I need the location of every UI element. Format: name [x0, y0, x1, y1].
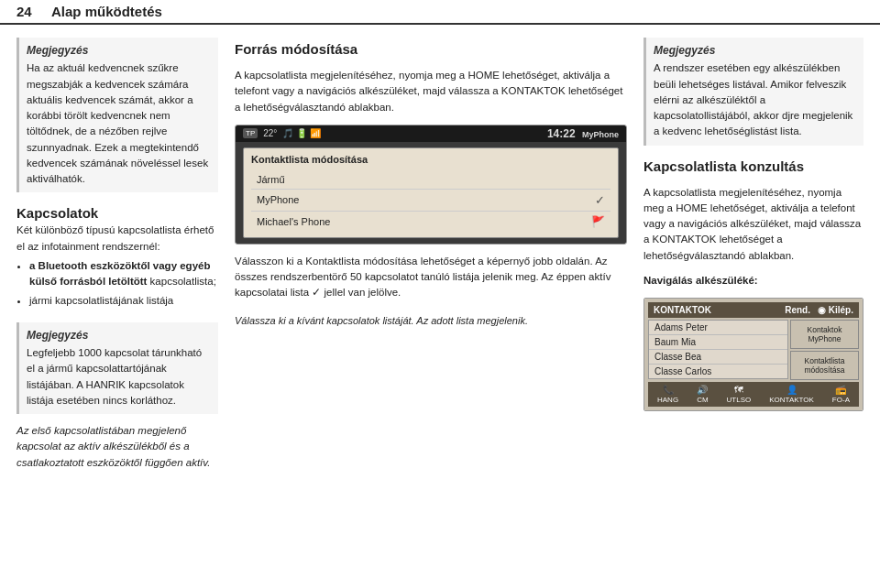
nav-btn-foa[interactable]: 📻 FO-A: [832, 385, 850, 404]
clock: 14:22: [547, 127, 576, 140]
status-left: TP 22° 🎵 🔋 📶: [243, 128, 321, 138]
note1-title: Megjegyzés: [27, 43, 211, 59]
note-box-2: Megjegyzés Legfeljebb 1000 kapcsolat tár…: [16, 322, 218, 414]
contacts-nav-icon: 👤: [786, 385, 798, 395]
kapcsolatlista-text: A kapcsolatlista megjelenítéséhez, nyomj…: [644, 185, 864, 264]
left-column: Megjegyzés Ha az aktuál kedvencnek szűkr…: [16, 38, 218, 579]
kapcsolatlista-section-title: Kapcsolatlista konzultás: [644, 158, 864, 174]
dialog-item-label-jarmű: Jármű: [257, 174, 285, 185]
page-container: 24 Alap működtetés Megjegyzés Ha az aktu…: [0, 0, 880, 588]
nav-label-foa: FO-A: [832, 396, 850, 404]
page-title: Alap működtetés: [51, 4, 162, 19]
dialog-item-myphone[interactable]: MyPhone ✓: [251, 190, 610, 212]
forrás-intro: A kapcsolatlista megjelenítéséhez, nyomj…: [235, 68, 627, 115]
forrás-section-title: Forrás módosítása: [235, 41, 627, 57]
dialog-box: Kontaktlista módosítása Jármű MyPhone ✓ …: [243, 147, 619, 238]
middle-para2: Válasszon ki a Kontaktlista módosítása l…: [235, 254, 627, 301]
main-content: Megjegyzés Ha az aktuál kedvencnek szűkr…: [0, 25, 880, 588]
car-ui-statusbar: TP 22° 🎵 🔋 📶 14:22 MyPhone: [236, 125, 626, 142]
kilep-label[interactable]: ◉ Kilép.: [818, 305, 853, 315]
contact-classe-carlos: Classe Carlos: [654, 366, 711, 376]
nav-btn-cm[interactable]: 🔊 CM: [697, 385, 708, 404]
kontaktok-main-list: Adams Peter Baum Mia Classe Bea Classe C…: [648, 320, 788, 380]
action-kontaktok-myphone[interactable]: Kontaktok MyPhone: [790, 320, 859, 349]
cm-nav-icon: 🔊: [697, 385, 708, 395]
right-note-title: Megjegyzés: [654, 43, 856, 59]
list-item[interactable]: Classe Bea: [649, 350, 787, 365]
kontaktok-ui: KONTAKTOK Rend. ◉ Kilép. Adams Peter: [644, 299, 863, 410]
kontaktok-header: KONTAKTOK Rend. ◉ Kilép.: [648, 302, 859, 318]
temperature: 22°: [263, 128, 277, 138]
contact-adams: Adams Peter: [654, 322, 708, 332]
car-ui: TP 22° 🎵 🔋 📶 14:22 MyPhone: [236, 125, 626, 244]
note2-text: Legfeljebb 1000 kapcsolat tárunkható el …: [27, 345, 211, 408]
middle-caption: Válassza ki a kívánt kapcsolatok listájá…: [235, 314, 627, 328]
bullet-1: a Bluetooth eszközöktől vagy egyéb külső…: [29, 258, 218, 290]
action-label-myphone: Kontaktok MyPhone: [808, 325, 842, 343]
phone-label: MyPhone: [582, 130, 619, 139]
kontaktok-grid: Adams Peter Baum Mia Classe Bea Classe C…: [648, 320, 859, 380]
note2-title: Megjegyzés: [27, 328, 211, 343]
signal-icon: 📶: [310, 128, 321, 138]
nav-label-hang: HANG: [657, 396, 678, 404]
list-item[interactable]: Classe Carlos: [649, 365, 787, 378]
phone-nav-icon: 📞: [663, 385, 674, 395]
dialog-item-michaelsphone[interactable]: Michael's Phone 🚩: [251, 212, 610, 232]
car-ui-screenshot: TP 22° 🎵 🔋 📶 14:22 MyPhone: [235, 125, 627, 245]
nav-btn-utlso[interactable]: 🗺 UTLSO: [727, 385, 752, 404]
kapcsolatok-bullets: a Bluetooth eszközöktől vagy egyéb külső…: [29, 258, 218, 310]
contact-classe-bea: Classe Bea: [654, 352, 701, 362]
rend-label[interactable]: Rend.: [785, 305, 810, 315]
middle-column: Forrás módosítása A kapcsolatlista megje…: [235, 38, 627, 579]
kapcsolatok-intro: Két különböző típusú kapcsolatlista érhe…: [16, 223, 218, 255]
status-right: 14:22 MyPhone: [547, 127, 619, 140]
tp-badge: TP: [243, 128, 258, 138]
nav-label-kontaktok: KONTAKTOK: [769, 396, 814, 404]
page-number: 24: [16, 4, 42, 19]
kontaktok-header-title: KONTAKTOK: [654, 305, 711, 315]
action-label-modositas: Kontaktlista módosítása: [805, 356, 845, 375]
kontaktok-header-right: Rend. ◉ Kilép.: [785, 305, 853, 315]
nav-btn-hang[interactable]: 📞 HANG: [657, 385, 678, 404]
list-item[interactable]: Adams Peter: [649, 321, 787, 335]
dialog-title: Kontaktlista módosítása: [251, 154, 610, 165]
kontaktok-actions: Kontaktok MyPhone Kontaktlista módosítás…: [790, 320, 859, 380]
nav-btn-kontaktok[interactable]: 👤 KONTAKTOK: [769, 385, 814, 404]
kontaktok-list: Adams Peter Baum Mia Classe Bea Classe C…: [648, 320, 788, 379]
nav-section-title: Navigálás alkészüléké:: [644, 273, 864, 289]
kapcsolatok-title: Kapcsolatok: [16, 205, 218, 221]
dialog-item-jarmű[interactable]: Jármű: [251, 170, 610, 190]
bottom-navbar: 📞 HANG 🔊 CM 🗺 UTLSO 👤: [648, 382, 859, 407]
note1-text: Ha az aktuál kedvencnek szűkre megszabjá…: [27, 60, 211, 187]
nav-label-cm: CM: [697, 396, 708, 404]
kontaktok-screenshot: KONTAKTOK Rend. ◉ Kilép. Adams Peter: [644, 298, 864, 411]
contact-baum: Baum Mia: [654, 337, 696, 347]
action-kontaktlista-modositas[interactable]: Kontaktlista módosítása: [790, 351, 859, 380]
check-icon: ✓: [595, 193, 605, 207]
page-header: 24 Alap működtetés: [0, 0, 880, 25]
left-footer-text: Az első kapcsolatlistában megjelenő kapc…: [16, 423, 218, 471]
bullet-1-rest: kapcsolatlista;: [147, 276, 215, 287]
flag-icon: 🚩: [591, 215, 605, 228]
audio-icon: 🎵: [282, 128, 293, 138]
status-icons: 🎵 🔋 📶: [282, 128, 321, 138]
right-column: Megjegyzés A rendszer esetében egy alkés…: [644, 38, 864, 579]
map-nav-icon: 🗺: [734, 385, 743, 395]
note-box-1: Megjegyzés Ha az aktuál kedvencnek szűkr…: [16, 38, 218, 192]
right-note-box: Megjegyzés A rendszer esetében egy alkés…: [644, 38, 864, 146]
bullet-2-text: jármi kapcsolatlistájának listája: [29, 295, 173, 306]
dialog-item-label-myphone: MyPhone: [257, 194, 299, 205]
car-ui-body: Kontaktlista módosítása Jármű MyPhone ✓ …: [236, 142, 626, 244]
right-note-text: A rendszer esetében egy alkészülékben be…: [654, 60, 856, 139]
bullet-2: jármi kapcsolatlistájának listája: [29, 293, 218, 309]
nav-label-utlso: UTLSO: [727, 396, 752, 404]
list-item[interactable]: Baum Mia: [649, 335, 787, 350]
radio-nav-icon: 📻: [835, 385, 846, 395]
battery-icon: 🔋: [296, 128, 307, 138]
dialog-item-label-michaelsphone: Michael's Phone: [257, 216, 330, 227]
kapcsolatok-section: Kapcsolatok Két különböző típusú kapcsol…: [16, 201, 218, 312]
